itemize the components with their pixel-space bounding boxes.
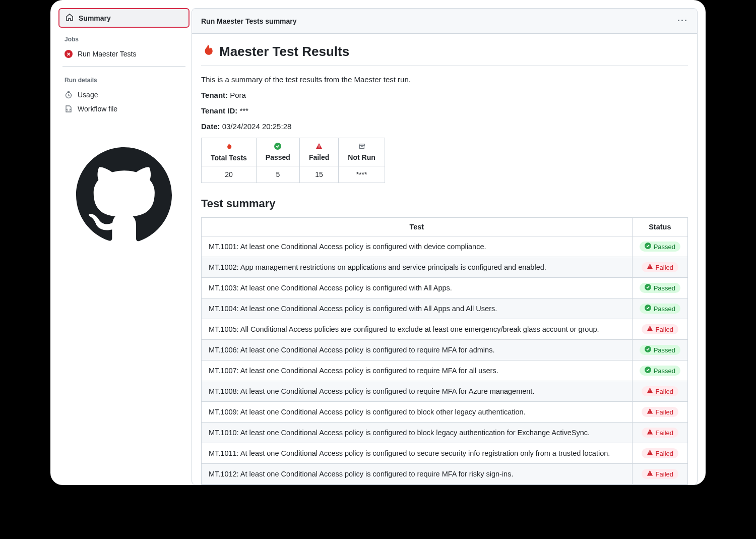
svg-point-14 [649, 454, 650, 454]
tenant-label: Tenant: [201, 91, 228, 99]
stats-passed-header: Passed [256, 138, 299, 166]
svg-point-13 [649, 433, 650, 434]
tenant-id-line: Tenant ID: *** [201, 106, 688, 115]
badge-label: Failed [656, 388, 673, 395]
check-circle-icon [645, 243, 651, 251]
failed-badge: Failed [642, 262, 678, 272]
failed-badge: Failed [642, 448, 678, 458]
svg-point-15 [649, 474, 650, 475]
main-panel: Run Maester Tests summary ··· Maester Te… [192, 8, 698, 485]
badge-label: Failed [656, 450, 673, 457]
error-circle-icon: ✕ [65, 50, 73, 58]
date-value: 03/24/2024 20:25:28 [222, 122, 292, 131]
app-frame: Summary Jobs ✕ Run Maester Tests Run det… [50, 0, 706, 485]
failed-badge: Failed [642, 428, 678, 438]
status-cell: Failed [632, 257, 687, 278]
status-cell: Failed [632, 443, 687, 464]
test-name-cell: MT.1004: At least one Conditional Access… [202, 298, 633, 319]
sidebar-workflow-label: Workflow file [78, 105, 117, 113]
status-cell: Failed [632, 402, 687, 423]
sidebar-summary-label: Summary [79, 14, 111, 22]
stats-passed-value: 5 [256, 166, 299, 183]
table-row: MT.1004: At least one Conditional Access… [202, 298, 688, 319]
tenant-line: Tenant: Pora [201, 91, 688, 99]
check-circle-icon [645, 284, 651, 292]
test-summary-title: Test summary [201, 197, 688, 210]
badge-label: Failed [656, 408, 673, 416]
status-cell: Passed [632, 236, 687, 257]
warning-triangle-icon [309, 143, 329, 151]
table-row: MT.1005: All Conditional Access policies… [202, 319, 688, 340]
sidebar-job-label: Run Maester Tests [78, 50, 136, 58]
sidebar-item-summary[interactable]: Summary [58, 8, 190, 28]
github-logo [76, 146, 172, 242]
badge-label: Passed [654, 284, 675, 292]
test-name-cell: MT.1007: At least one Conditional Access… [202, 361, 633, 381]
panel-body: Maester Test Results This is a summary o… [192, 34, 697, 485]
sidebar-divider [62, 66, 185, 67]
stats-total-header: Total Tests [202, 138, 257, 166]
stats-notrun-header: Not Run [339, 138, 385, 166]
passed-badge: Passed [640, 304, 680, 314]
warning-triangle-icon [647, 470, 653, 478]
col-status: Status [632, 218, 687, 236]
svg-point-5 [649, 268, 650, 268]
test-name-cell: MT.1001: At least one Conditional Access… [202, 236, 633, 257]
sidebar-item-workflow-file[interactable]: Workflow file [58, 102, 190, 116]
badge-label: Failed [656, 429, 673, 437]
tenant-value: Pora [230, 91, 246, 99]
badge-label: Passed [654, 243, 675, 251]
svg-point-12 [649, 412, 650, 413]
panel-header-title: Run Maester Tests summary [201, 17, 297, 25]
failed-badge: Failed [642, 469, 678, 479]
stats-failed-value: 15 [299, 166, 338, 183]
stopwatch-icon [65, 91, 73, 99]
file-code-icon [65, 105, 73, 113]
status-cell: Passed [632, 340, 687, 361]
sidebar-job-run-maester[interactable]: ✕ Run Maester Tests [58, 47, 190, 61]
tenantid-label: Tenant ID: [201, 106, 237, 115]
svg-point-8 [649, 330, 650, 330]
sidebar-usage-label: Usage [78, 91, 98, 99]
sidebar: Summary Jobs ✕ Run Maester Tests Run det… [50, 0, 192, 485]
panel-header: Run Maester Tests summary ··· [192, 9, 697, 34]
intro-text: This is a summary of the test results fr… [201, 75, 688, 84]
warning-triangle-icon [647, 263, 653, 271]
table-row: MT.1006: At least one Conditional Access… [202, 340, 688, 361]
check-circle-icon [645, 346, 651, 354]
table-row: MT.1001: At least one Conditional Access… [202, 236, 688, 257]
sidebar-jobs-label: Jobs [58, 28, 190, 47]
table-row: MT.1012: At least one Conditional Access… [202, 464, 688, 485]
status-cell: Failed [632, 423, 687, 443]
test-summary-table: Test Status MT.1001: At least one Condit… [201, 217, 688, 485]
stats-failed-header: Failed [299, 138, 338, 166]
flame-icon [201, 43, 214, 61]
status-cell: Passed [632, 298, 687, 319]
table-row: MT.1009: At least one Conditional Access… [202, 402, 688, 423]
badge-label: Failed [656, 326, 673, 333]
table-row: MT.1011: At least one Conditional Access… [202, 443, 688, 464]
table-row: MT.1007: At least one Conditional Access… [202, 361, 688, 381]
test-name-cell: MT.1010: At least one Conditional Access… [202, 423, 633, 443]
status-cell: Failed [632, 464, 687, 485]
kebab-menu-icon[interactable]: ··· [677, 16, 688, 26]
table-row: MT.1003: At least one Conditional Access… [202, 278, 688, 298]
warning-triangle-icon [647, 408, 653, 416]
archive-icon [348, 143, 375, 151]
stats-notrun-value: **** [339, 166, 385, 183]
tenantid-value: *** [239, 106, 248, 115]
svg-point-11 [649, 392, 650, 392]
page-title-row: Maester Test Results [201, 43, 688, 66]
home-icon [66, 13, 74, 23]
sidebar-item-usage[interactable]: Usage [58, 88, 190, 102]
date-label: Date: [201, 122, 220, 131]
test-name-cell: MT.1006: At least one Conditional Access… [202, 340, 633, 361]
passed-badge: Passed [640, 283, 680, 293]
status-cell: Passed [632, 361, 687, 381]
warning-triangle-icon [647, 325, 653, 333]
badge-label: Passed [654, 346, 675, 354]
failed-badge: Failed [642, 407, 678, 417]
table-row: MT.1010: At least one Conditional Access… [202, 423, 688, 443]
status-cell: Failed [632, 381, 687, 402]
svg-point-2 [319, 147, 320, 148]
